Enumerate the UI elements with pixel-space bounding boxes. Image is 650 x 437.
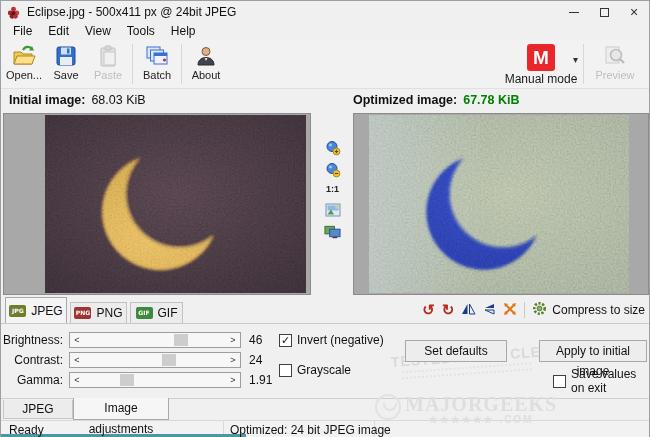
manual-mode-icon: M xyxy=(527,44,555,71)
checkbox-icon xyxy=(279,364,292,377)
checkbox-icon xyxy=(553,375,566,388)
compress-to-size-label: Compress to size xyxy=(552,303,645,317)
initial-image-size: 68.03 KiB xyxy=(91,93,145,107)
grayscale-checkbox[interactable]: Grayscale xyxy=(279,363,351,377)
about-button[interactable]: About xyxy=(185,42,227,87)
save-button[interactable]: Save xyxy=(45,42,87,87)
invert-checkbox[interactable]: ✓ Invert (negative) xyxy=(279,333,384,347)
dual-view-icon[interactable] xyxy=(324,223,341,240)
slider-arrow-left[interactable]: < xyxy=(70,373,84,387)
paste-clipboard-icon xyxy=(98,44,118,68)
about-person-icon xyxy=(195,44,217,68)
invert-label: Invert (negative) xyxy=(297,333,384,347)
save-values-on-exit-checkbox[interactable]: Save values on exit xyxy=(553,367,649,395)
toolbar-separator xyxy=(181,44,182,84)
slider-arrow-right[interactable]: > xyxy=(226,373,240,387)
rotate-left-icon[interactable]: ↺ xyxy=(422,302,435,318)
checkbox-check-icon: ✓ xyxy=(279,334,292,347)
tab-png[interactable]: PNG PNG xyxy=(70,302,127,323)
bottom-tab-strip: JPEG Options Image adjustments xyxy=(1,398,649,420)
save-values-on-exit-label: Save values on exit xyxy=(571,367,649,395)
actual-size-button[interactable]: 1:1 xyxy=(326,183,339,196)
resize-icon[interactable] xyxy=(503,302,517,319)
tab-jpeg-label: JPEG xyxy=(31,304,62,318)
slider-thumb[interactable] xyxy=(174,334,188,346)
riot-window: Eclipse.jpg - 500x411 px @ 24bit JPEG × … xyxy=(0,0,650,437)
rotate-right-icon[interactable]: ↻ xyxy=(442,302,455,318)
manual-mode-label: Manual mode xyxy=(505,72,578,86)
minimize-button[interactable] xyxy=(559,1,589,23)
flip-horizontal-icon[interactable] xyxy=(461,302,476,319)
brightness-slider-row: Brightness: < > 46 xyxy=(1,332,262,348)
menubar: File Edit View Tools Help xyxy=(1,23,649,40)
optimized-image-view[interactable] xyxy=(369,115,629,293)
gamma-value: 1.91 xyxy=(249,373,272,387)
paste-label: Paste xyxy=(94,69,122,81)
transform-toolbar: ↺ ↻ xyxy=(422,301,645,319)
slider-arrow-left[interactable]: < xyxy=(70,333,84,347)
optimized-size: 67.78 KiB xyxy=(463,93,519,107)
preview-magnifier-icon xyxy=(603,44,627,68)
batch-button[interactable]: Batch xyxy=(136,42,178,87)
toolbar: Open... Save Paste xyxy=(1,40,649,89)
menu-file[interactable]: File xyxy=(5,23,40,40)
slider-thumb[interactable] xyxy=(162,354,176,366)
status-ready: Ready xyxy=(9,423,44,437)
app-icon xyxy=(6,5,21,20)
initial-image-panel xyxy=(3,113,311,295)
manual-mode-button[interactable]: M ▾ Manual mode xyxy=(502,42,580,87)
format-tab-row: JPG JPEG PNG PNG GIF GIF ↺ ↻ xyxy=(1,295,649,323)
initial-image-label: Initial image: xyxy=(9,93,85,107)
image-adjustments-panel: TESTED★100% CLEAN Brightness: < > 46 Con… xyxy=(1,323,649,398)
open-button[interactable]: Open... xyxy=(3,42,45,87)
tab-gif-label: GIF xyxy=(158,306,178,320)
tab-png-label: PNG xyxy=(96,306,122,320)
zoom-in-icon[interactable] xyxy=(324,139,341,156)
brightness-label: Brightness: xyxy=(1,333,63,347)
preview-button: Preview xyxy=(587,42,643,87)
menu-tools[interactable]: Tools xyxy=(119,23,163,40)
optimized-image-label: Optimized image: xyxy=(353,93,457,107)
tab-jpeg[interactable]: JPG JPEG xyxy=(5,297,67,323)
batch-windows-icon xyxy=(145,44,169,68)
slider-arrow-left[interactable]: < xyxy=(70,353,84,367)
flip-vertical-icon[interactable] xyxy=(483,302,496,318)
slider-thumb[interactable] xyxy=(120,374,134,386)
close-button[interactable]: × xyxy=(619,1,649,23)
menu-help[interactable]: Help xyxy=(163,23,204,40)
image-size-info-row: Initial image: 68.03 KiB Optimized image… xyxy=(1,89,649,113)
gamma-label: Gamma: xyxy=(1,373,63,387)
tab-gif[interactable]: GIF GIF xyxy=(130,302,183,323)
zoom-out-icon[interactable] xyxy=(324,161,341,178)
save-floppy-icon xyxy=(55,44,77,68)
gamma-slider-row: Gamma: < > 1.91 xyxy=(1,372,272,388)
close-icon: × xyxy=(630,5,638,19)
maximize-icon xyxy=(600,8,609,17)
menu-view[interactable]: View xyxy=(77,23,119,40)
compress-to-size-button[interactable]: Compress to size xyxy=(532,301,645,319)
minimize-icon xyxy=(569,12,579,13)
png-file-icon: PNG xyxy=(74,307,91,319)
slider-arrow-right[interactable]: > xyxy=(226,353,240,367)
toolbar-separator xyxy=(132,44,133,84)
chevron-down-icon[interactable]: ▾ xyxy=(573,54,578,65)
set-defaults-button[interactable]: Set defaults xyxy=(405,340,507,362)
apply-to-initial-image-button[interactable]: Apply to initial image xyxy=(539,340,647,362)
save-label: Save xyxy=(53,69,78,81)
titlebar: Eclipse.jpg - 500x411 px @ 24bit JPEG × xyxy=(1,1,649,23)
tab-jpeg-options[interactable]: JPEG Options xyxy=(3,400,73,419)
fit-image-icon[interactable] xyxy=(324,201,341,218)
tab-image-adjustments[interactable]: Image adjustments xyxy=(73,398,169,420)
slider-arrow-right[interactable]: > xyxy=(226,333,240,347)
gamma-slider[interactable]: < > xyxy=(69,372,241,388)
about-label: About xyxy=(192,69,221,81)
viewer-toolbar: 1:1 xyxy=(314,113,351,295)
open-label: Open... xyxy=(6,69,42,81)
brightness-value: 46 xyxy=(249,333,262,347)
menu-edit[interactable]: Edit xyxy=(40,23,77,40)
contrast-slider[interactable]: < > xyxy=(69,352,241,368)
maximize-button[interactable] xyxy=(589,1,619,23)
initial-image-view[interactable] xyxy=(45,115,306,293)
open-folder-icon xyxy=(11,44,37,68)
brightness-slider[interactable]: < > xyxy=(69,332,241,348)
